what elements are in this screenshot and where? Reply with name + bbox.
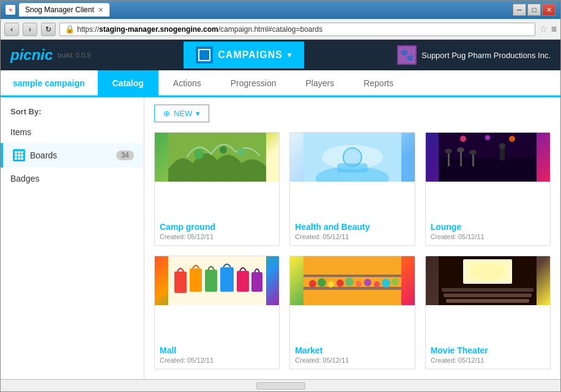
sort-by-label: Sort By: xyxy=(1,102,144,121)
svg-point-2 xyxy=(220,146,227,153)
campaigns-button[interactable]: CAMPAIGNS ▾ xyxy=(184,42,304,68)
card-spacer xyxy=(290,182,414,218)
mall-info: Mall Created: 05/12/11 xyxy=(155,342,279,369)
svg-rect-31 xyxy=(303,275,401,277)
minimize-button[interactable]: ─ xyxy=(513,4,526,16)
board-card-movie-theater[interactable]: Movie Theater Created: 05/12/11 xyxy=(425,256,551,369)
close-button[interactable]: ✕ xyxy=(542,4,555,16)
main-content: Sort By: Items Boards 34 Badges xyxy=(1,97,560,379)
board-card-health-beauty[interactable]: Health and Beauty Created: 05/12/11 xyxy=(289,132,415,246)
tab-actions[interactable]: Actions xyxy=(158,70,216,95)
svg-rect-46 xyxy=(444,294,532,297)
camp-ground-image xyxy=(155,133,279,182)
movie-theater-image xyxy=(426,256,550,305)
svg-point-3 xyxy=(237,148,246,157)
refresh-button[interactable]: ↻ xyxy=(41,23,56,36)
svg-point-21 xyxy=(499,143,505,149)
svg-rect-45 xyxy=(442,288,533,292)
market-date: Created: 05/12/11 xyxy=(295,357,409,364)
browser-window: 🍬 Snog Manager Client ✕ ─ □ ✕ ‹ › ↻ 🔒 ht… xyxy=(0,0,561,392)
tab-reports[interactable]: Reports xyxy=(349,70,408,95)
sidebar-items-label: Items xyxy=(10,127,31,137)
url-bar[interactable]: 🔒 https://staging-manager.snogengine.com… xyxy=(59,23,535,36)
header-right: 🐾 Support Pug Pharm Productions Inc. xyxy=(397,45,551,65)
lounge-info: Lounge Created: 05/12/11 xyxy=(426,218,550,245)
header-center: CAMPAIGNS ▾ xyxy=(91,42,397,68)
svg-rect-24 xyxy=(190,268,202,292)
sidebar-item-items[interactable]: Items xyxy=(1,121,144,143)
svg-rect-10 xyxy=(439,157,537,182)
logo: picnic build: 0.0.9 xyxy=(10,46,91,64)
card-spacer xyxy=(155,182,279,218)
svg-point-37 xyxy=(355,281,362,287)
movie-theater-title: Movie Theater xyxy=(431,346,545,355)
health-beauty-date: Created: 05/12/11 xyxy=(295,233,409,240)
tab-players[interactable]: Players xyxy=(291,70,349,95)
sidebar-item-boards[interactable]: Boards 34 xyxy=(1,143,144,168)
horizontal-scrollbar[interactable] xyxy=(256,382,305,390)
board-card-mall[interactable]: Mall Created: 05/12/11 xyxy=(154,256,280,369)
lounge-date: Created: 05/12/11 xyxy=(431,233,545,240)
svg-rect-8 xyxy=(337,163,368,172)
nav-tabs: sample campaign Catalog Actions Progress… xyxy=(1,70,560,97)
app-header: picnic build: 0.0.9 CAMPAIGNS ▾ 🐾 Suppor… xyxy=(1,40,560,70)
status-scroll xyxy=(6,382,555,390)
svg-point-18 xyxy=(485,135,490,140)
svg-point-36 xyxy=(345,278,354,286)
svg-rect-23 xyxy=(174,272,187,293)
svg-point-39 xyxy=(374,281,380,287)
bookmark-icon[interactable]: ☆ xyxy=(539,23,548,35)
health-beauty-image xyxy=(290,133,414,182)
menu-icon[interactable]: ≡ xyxy=(551,24,557,35)
camp-ground-date: Created: 05/12/11 xyxy=(160,233,274,240)
svg-point-38 xyxy=(364,279,371,286)
campaigns-label: CAMPAIGNS xyxy=(218,50,283,61)
svg-point-17 xyxy=(460,136,466,142)
status-bar xyxy=(1,379,560,391)
new-label: NEW xyxy=(174,109,192,118)
board-card-camp-ground[interactable]: Camp ground Created: 05/12/11 xyxy=(154,132,280,246)
svg-point-16 xyxy=(469,150,477,155)
sidebar-item-badges[interactable]: Badges xyxy=(1,168,144,190)
card-spacer xyxy=(426,305,550,342)
svg-rect-13 xyxy=(460,150,462,166)
lounge-image xyxy=(426,133,550,182)
back-button[interactable]: ‹ xyxy=(4,23,19,36)
board-card-market[interactable]: Market Created: 05/12/11 xyxy=(289,256,415,369)
board-card-lounge[interactable]: Lounge Created: 05/12/11 xyxy=(425,132,551,246)
logo-text: picnic xyxy=(10,46,53,64)
sidebar-badges-label: Badges xyxy=(10,174,39,183)
user-name: Support Pug Pharm Productions Inc. xyxy=(422,51,551,60)
browser-tab[interactable]: Snog Manager Client ✕ xyxy=(19,3,110,17)
new-plus-icon: ⊕ xyxy=(163,109,170,118)
tab-progression[interactable]: Progression xyxy=(216,70,291,95)
campaigns-icon xyxy=(196,46,213,64)
svg-point-48 xyxy=(469,262,506,281)
url-domain: staging-manager.snogengine.com xyxy=(99,25,218,34)
maximize-button[interactable]: □ xyxy=(527,4,541,16)
svg-rect-20 xyxy=(500,148,505,160)
svg-point-41 xyxy=(392,278,399,286)
forward-button[interactable]: › xyxy=(23,23,37,36)
market-image xyxy=(290,256,414,305)
tab-close-icon[interactable]: ✕ xyxy=(98,6,103,14)
address-bar: ‹ › ↻ 🔒 https://staging-manager.snogengi… xyxy=(1,19,560,40)
svg-point-14 xyxy=(457,147,464,152)
tab-catalog[interactable]: Catalog xyxy=(98,70,158,95)
campaign-name[interactable]: sample campaign xyxy=(1,70,98,95)
card-spacer xyxy=(290,305,414,342)
mall-date: Created: 05/12/11 xyxy=(160,357,274,364)
new-button[interactable]: ⊕ NEW ▾ xyxy=(154,105,209,122)
campaigns-dropdown-arrow: ▾ xyxy=(288,51,292,59)
svg-point-19 xyxy=(509,136,515,142)
svg-rect-25 xyxy=(205,270,217,292)
build-version: build: 0.0.9 xyxy=(58,51,91,59)
tab-favicon: 🍬 xyxy=(6,5,15,15)
camp-ground-title: Camp ground xyxy=(160,222,274,232)
svg-point-35 xyxy=(336,279,344,287)
card-spacer xyxy=(155,305,279,342)
movie-theater-date: Created: 05/12/11 xyxy=(431,357,545,364)
svg-rect-47 xyxy=(446,299,529,303)
boards-grid: Camp ground Created: 05/12/11 xyxy=(154,132,551,369)
url-suffix: /campaign.html#catalog=boards xyxy=(218,25,322,34)
